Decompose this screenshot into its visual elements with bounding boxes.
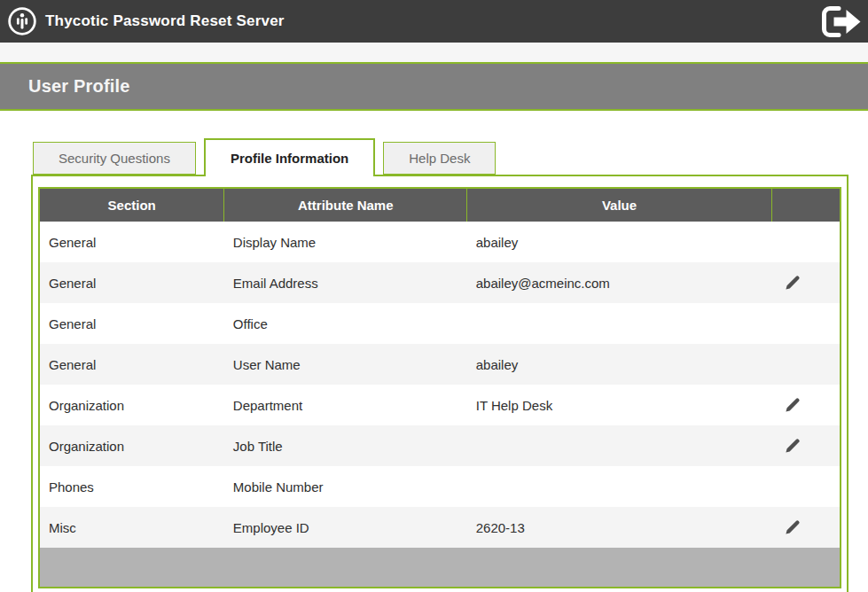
attribute-cell: Mobile Number (224, 466, 467, 507)
table-row: OrganizationDepartmentIT Help Desk (39, 385, 841, 425)
edit-cell (771, 425, 841, 466)
section-cell: General (39, 344, 224, 385)
app-title: Thycotic Password Reset Server (45, 12, 285, 30)
attribute-cell: Employee ID (224, 507, 467, 548)
table-body: GeneralDisplay NameabaileyGeneralEmail A… (39, 222, 841, 548)
page-title: User Profile (0, 76, 130, 97)
edit-button[interactable] (784, 395, 802, 414)
logout-button[interactable] (820, 5, 863, 37)
top-bar: Thycotic Password Reset Server (0, 0, 868, 43)
column-header: Attribute Name (224, 188, 467, 222)
sub-header-strip (0, 43, 868, 62)
tab-profile-information[interactable]: Profile Information (204, 138, 375, 176)
page: { "header": { "title": "Thycotic Passwor… (0, 0, 868, 592)
value-cell: abailey (467, 222, 772, 262)
accent-rule-bottom (0, 109, 868, 111)
table-row: GeneralOffice (39, 303, 841, 344)
section-cell: General (39, 262, 224, 303)
value-cell (467, 466, 772, 507)
section-cell: General (39, 303, 224, 344)
table-row: GeneralUser Nameabailey (39, 344, 841, 385)
edit-button[interactable] (784, 436, 802, 455)
table-row: PhonesMobile Number (39, 466, 841, 507)
value-cell: abailey@acmeinc.com (467, 262, 772, 303)
table-header-row: SectionAttribute NameValue (39, 188, 841, 222)
value-cell: 2620-13 (467, 507, 772, 548)
page-title-bar: User Profile (0, 64, 868, 109)
logout-icon (822, 6, 863, 37)
edit-cell (771, 385, 841, 425)
tabs: Security QuestionsProfile InformationHel… (0, 138, 868, 175)
value-cell (467, 425, 772, 466)
pencil-icon (786, 275, 801, 290)
section-cell: Organization (39, 425, 224, 466)
table-row: MiscEmployee ID2620-13 (39, 507, 841, 548)
column-header: Value (467, 188, 772, 222)
tab-help-desk[interactable]: Help Desk (383, 142, 496, 175)
column-header: Section (39, 188, 224, 222)
pager-band (39, 548, 841, 588)
attribute-cell: Email Address (224, 262, 467, 303)
attribute-cell: User Name (224, 344, 467, 385)
pencil-icon (786, 397, 801, 412)
edit-cell (771, 466, 841, 507)
section-cell: Organization (39, 385, 224, 425)
value-cell: IT Help Desk (467, 385, 772, 425)
column-header (771, 188, 841, 222)
edit-button[interactable] (784, 273, 802, 292)
tab-panel: SectionAttribute NameValue GeneralDispla… (31, 175, 848, 592)
tab-security-questions[interactable]: Security Questions (33, 142, 196, 175)
edit-cell (771, 303, 841, 344)
value-cell (467, 303, 772, 344)
attribute-cell: Office (224, 303, 467, 344)
section-cell: General (39, 222, 224, 262)
attribute-cell: Job Title (224, 425, 467, 466)
table-row: GeneralDisplay Nameabailey (39, 222, 841, 262)
edit-cell (771, 344, 841, 385)
edit-button[interactable] (784, 518, 802, 536)
attribute-cell: Display Name (224, 222, 467, 262)
profile-table: SectionAttribute NameValue GeneralDispla… (38, 187, 841, 588)
section-cell: Misc (39, 507, 224, 548)
value-cell: abailey (467, 344, 772, 385)
table-footer-row (39, 548, 841, 588)
edit-cell (771, 507, 841, 548)
attribute-cell: Department (224, 385, 467, 425)
thycotic-person-logo (7, 6, 37, 36)
pencil-icon (786, 519, 801, 534)
pencil-icon (786, 438, 801, 453)
edit-cell (771, 222, 841, 262)
edit-cell (771, 262, 841, 303)
section-cell: Phones (39, 466, 224, 507)
table-row: OrganizationJob Title (39, 425, 841, 466)
table-row: GeneralEmail Addressabailey@acmeinc.com (39, 262, 841, 303)
